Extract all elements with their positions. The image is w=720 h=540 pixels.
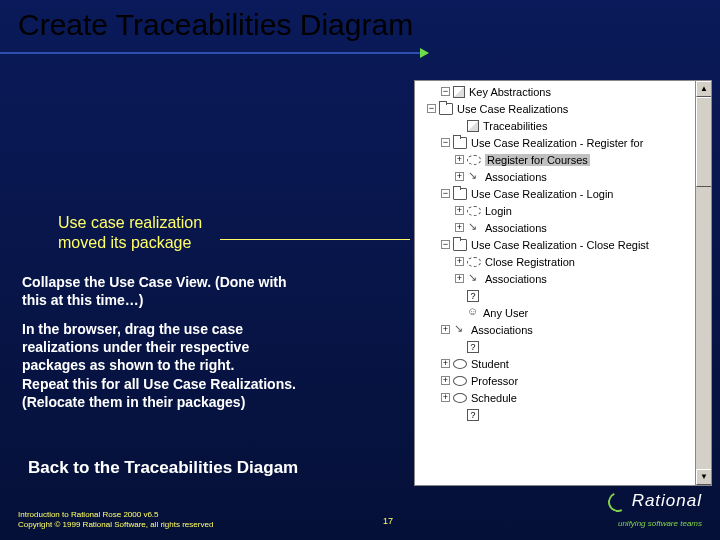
tree-item-label[interactable]: Use Case Realization - Login [471,188,613,200]
tree-item-label[interactable]: Use Case Realizations [457,103,568,115]
tree-item-label[interactable]: Associations [485,273,547,285]
collapse-icon[interactable]: − [441,189,450,198]
expand-icon[interactable]: + [441,393,450,402]
scroll-up-button[interactable]: ▲ [696,81,712,97]
tree-row[interactable]: +Associations [417,219,693,236]
tree-item-label[interactable]: Associations [471,324,533,336]
tree-item-label[interactable]: Professor [471,375,518,387]
tree-item-label[interactable]: Use Case Realization - Close Regist [471,239,649,251]
tree-indent [417,236,441,253]
instruction-para-2: In the browser, drag the use case realiz… [22,320,296,411]
tree-indent [417,270,455,287]
tree-row[interactable]: Any User [417,304,693,321]
tree-indent [417,389,441,406]
tree-row[interactable]: +Login [417,202,693,219]
use-case-realization-icon [467,155,481,165]
expand-icon[interactable]: + [441,376,450,385]
tree-item-label[interactable]: Traceabilities [483,120,547,132]
tree-row[interactable]: +Student [417,355,693,372]
collapse-icon[interactable]: − [441,138,450,147]
callout-text: Use case realization moved its package [58,213,202,253]
tree-item-label[interactable]: Key Abstractions [469,86,551,98]
folder-icon [453,188,467,200]
use-case-realization-icon [467,257,481,267]
logo-swoosh-icon [605,489,631,515]
tree-row[interactable]: −Use Case Realization - Close Regist [417,236,693,253]
folder-icon [439,103,453,115]
collapse-icon[interactable]: − [441,87,450,96]
scroll-down-button[interactable]: ▼ [696,469,712,485]
tree-indent [417,338,455,355]
folder-icon [453,137,467,149]
tree-row[interactable]: ? [417,338,693,355]
tree-indent [417,134,441,151]
tree-item-label[interactable]: Close Registration [485,256,575,268]
page-number: 17 [378,516,398,526]
tree-indent [417,287,455,304]
tree-indent [417,83,441,100]
association-icon [453,324,467,336]
tree-row[interactable]: −Use Case Realization - Register for [417,134,693,151]
tree-indent [417,185,441,202]
tree-indent [417,406,455,423]
title-rule [0,52,420,54]
tree-indent [417,304,455,321]
tree-row[interactable]: −Use Case Realizations [417,100,693,117]
expand-icon[interactable]: + [441,359,450,368]
expand-icon[interactable]: + [455,206,464,215]
tree-row[interactable]: +Professor [417,372,693,389]
tree-row[interactable]: +Register for Courses [417,151,693,168]
class-diagram-icon [453,86,465,98]
tree-indent [417,168,455,185]
expand-icon[interactable]: + [455,257,464,266]
tree-row[interactable]: +Close Registration [417,253,693,270]
tree-item-label[interactable]: Use Case Realization - Register for [471,137,643,149]
expand-icon[interactable]: + [455,223,464,232]
expand-icon[interactable]: + [441,325,450,334]
tree-item-label[interactable]: Associations [485,171,547,183]
actor-icon [467,307,479,319]
callout-line1: Use case realization [58,214,202,231]
tree-row[interactable]: +Associations [417,168,693,185]
collapse-icon[interactable]: − [441,240,450,249]
tree-item-label[interactable]: Associations [485,222,547,234]
tree-row[interactable]: +Schedule [417,389,693,406]
folder-icon [453,239,467,251]
footer-copyright: Introduction to Rational Rose 2000 v6.5 … [18,510,213,530]
tree-indent [417,151,455,168]
tree-row[interactable]: +Associations [417,321,693,338]
expand-icon[interactable]: + [455,172,464,181]
expand-icon[interactable]: + [455,155,464,164]
title-rule-arrow-icon [420,48,429,58]
slide-title: Create Traceabilities Diagram [18,8,413,42]
tree-indent [417,321,441,338]
back-link[interactable]: Back to the Traceabilities Diagam [28,458,298,478]
tree-row[interactable]: Traceabilities [417,117,693,134]
unknown-icon: ? [467,341,479,353]
tree-row[interactable]: −Key Abstractions [417,83,693,100]
tree-item-label[interactable]: Login [485,205,512,217]
expand-icon[interactable]: + [455,274,464,283]
tree-row[interactable]: +Associations [417,270,693,287]
tree-indent [417,372,441,389]
tree-item-label[interactable]: Schedule [471,392,517,404]
association-icon [467,222,481,234]
scroll-thumb[interactable] [696,97,712,187]
association-icon [467,273,481,285]
tree-row[interactable]: ? [417,406,693,423]
tree-item-label[interactable]: Any User [483,307,528,319]
unknown-icon: ? [467,409,479,421]
tree-row[interactable]: ? [417,287,693,304]
use-case-icon [453,393,467,403]
tree-row[interactable]: −Use Case Realization - Login [417,185,693,202]
collapse-icon[interactable]: − [427,104,436,113]
tree-item-label[interactable]: Register for Courses [485,154,590,166]
tree-indent [417,219,455,236]
use-case-realization-icon [467,206,481,216]
tree-indent [417,253,455,270]
use-case-icon [453,359,467,369]
tree-item-label[interactable]: Student [471,358,509,370]
browser-tree-panel: −Key Abstractions−Use Case RealizationsT… [414,80,712,486]
tree-indent [417,355,441,372]
scrollbar-vertical[interactable]: ▲ ▼ [695,81,711,485]
